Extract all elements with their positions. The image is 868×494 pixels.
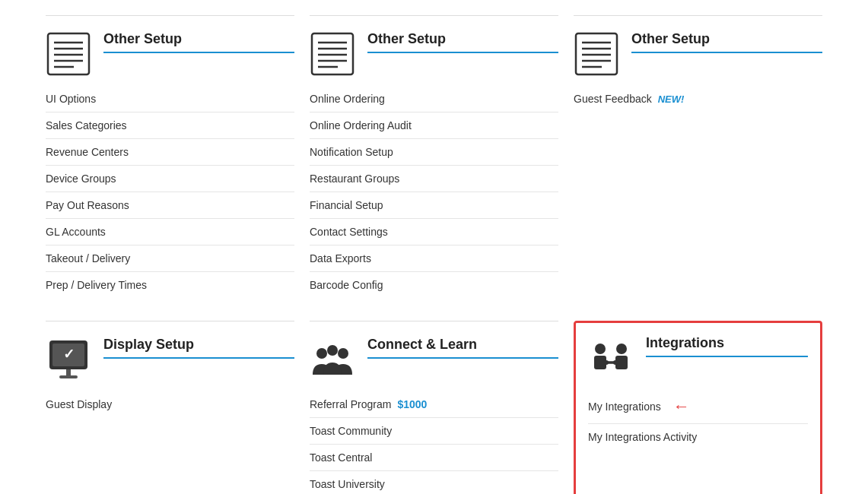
svg-rect-22 bbox=[59, 375, 78, 378]
connect-learn-header: Connect & Learn bbox=[310, 337, 558, 382]
link-data-exports[interactable]: Data Exports bbox=[310, 245, 558, 272]
svg-point-31 bbox=[613, 360, 618, 365]
svg-text:✓: ✓ bbox=[63, 347, 75, 362]
integrations-header: Integrations bbox=[588, 335, 808, 381]
group-icon bbox=[310, 337, 355, 382]
display-setup-header: ✓ Display Setup bbox=[46, 337, 294, 382]
link-guest-display[interactable]: Guest Display bbox=[46, 391, 294, 417]
link-my-integrations-activity[interactable]: My Integrations Activity bbox=[588, 424, 808, 450]
svg-point-25 bbox=[327, 345, 338, 356]
page-container: Other Setup UI Options Sales Categories … bbox=[0, 0, 868, 494]
my-integrations-label: My Integrations bbox=[588, 401, 661, 413]
link-prep-delivery[interactable]: Prep / Delivery Times bbox=[46, 272, 294, 298]
section-header-col3: Other Setup bbox=[574, 31, 822, 77]
link-contact-settings[interactable]: Contact Settings bbox=[310, 219, 558, 245]
section-header-col2: Other Setup bbox=[310, 31, 558, 77]
section-title-col3: Other Setup bbox=[631, 31, 822, 53]
section-links-col3: Guest Feedback NEW! bbox=[574, 86, 822, 112]
section-header-col1: Other Setup bbox=[46, 31, 294, 77]
integrations-title: Integrations bbox=[646, 335, 808, 357]
top-grid: Other Setup UI Options Sales Categories … bbox=[46, 15, 822, 313]
integrations-links: My Integrations ← My Integrations Activi… bbox=[588, 390, 808, 450]
link-guest-feedback-label: Guest Feedback bbox=[574, 93, 652, 105]
display-setup-title: Display Setup bbox=[103, 337, 294, 359]
connect-learn-links: Referral Program $1000 Toast Community T… bbox=[310, 391, 558, 494]
link-takeout-delivery[interactable]: Takeout / Delivery bbox=[46, 245, 294, 272]
handshake-icon bbox=[588, 335, 634, 381]
link-revenue-centers[interactable]: Revenue Centers bbox=[46, 139, 294, 166]
link-barcode-config[interactable]: Barcode Config bbox=[310, 272, 558, 298]
section-links-col2: Online Ordering Online Ordering Audit No… bbox=[310, 86, 558, 298]
svg-point-30 bbox=[604, 360, 609, 365]
link-online-ordering[interactable]: Online Ordering bbox=[310, 86, 558, 112]
section-title-col1: Other Setup bbox=[103, 31, 294, 53]
section-title-block-col3: Other Setup bbox=[631, 31, 822, 61]
link-referral-program[interactable]: Referral Program $1000 bbox=[310, 391, 558, 418]
connect-learn-title-block: Connect & Learn bbox=[367, 337, 558, 366]
display-setup-links: Guest Display bbox=[46, 391, 294, 417]
integrations-section: Integrations My Integrations ← My Integr… bbox=[574, 321, 822, 494]
section-title-col2: Other Setup bbox=[367, 31, 558, 53]
link-financial-setup[interactable]: Financial Setup bbox=[310, 192, 558, 219]
link-ui-options[interactable]: UI Options bbox=[46, 86, 294, 112]
connect-learn-title: Connect & Learn bbox=[367, 337, 558, 359]
referral-money: $1000 bbox=[397, 398, 427, 410]
section-links-col1: UI Options Sales Categories Revenue Cent… bbox=[46, 86, 294, 298]
section-title-block-col2: Other Setup bbox=[367, 31, 558, 61]
other-setup-col1: Other Setup UI Options Sales Categories … bbox=[46, 15, 294, 313]
svg-point-26 bbox=[595, 344, 606, 354]
display-setup-section: ✓ Display Setup Guest Display bbox=[46, 321, 294, 494]
link-sales-categories[interactable]: Sales Categories bbox=[46, 112, 294, 139]
link-toast-community[interactable]: Toast Community bbox=[310, 418, 558, 445]
arrow-icon: ← bbox=[673, 397, 690, 416]
integrations-title-block: Integrations bbox=[646, 335, 808, 365]
link-guest-feedback[interactable]: Guest Feedback NEW! bbox=[574, 86, 822, 112]
svg-point-24 bbox=[338, 348, 348, 359]
link-pay-out-reasons[interactable]: Pay Out Reasons bbox=[46, 192, 294, 219]
link-gl-accounts[interactable]: GL Accounts bbox=[46, 219, 294, 245]
link-my-integrations[interactable]: My Integrations ← bbox=[588, 390, 808, 424]
link-online-ordering-audit[interactable]: Online Ordering Audit bbox=[310, 112, 558, 139]
other-setup-col2: Other Setup Online Ordering Online Order… bbox=[310, 15, 558, 313]
monitor-icon: ✓ bbox=[46, 337, 91, 382]
link-toast-university[interactable]: Toast University bbox=[310, 471, 558, 494]
svg-point-28 bbox=[616, 344, 627, 354]
link-notification-setup[interactable]: Notification Setup bbox=[310, 139, 558, 166]
other-setup-col3: Other Setup Guest Feedback NEW! bbox=[574, 15, 822, 313]
list-icon-col2 bbox=[310, 31, 355, 77]
connect-learn-section: Connect & Learn Referral Program $1000 T… bbox=[310, 321, 558, 494]
list-icon-col1 bbox=[46, 31, 91, 77]
list-icon-col3 bbox=[574, 31, 619, 77]
new-badge: NEW! bbox=[658, 93, 685, 105]
referral-label: Referral Program bbox=[310, 398, 391, 410]
svg-rect-21 bbox=[66, 369, 71, 375]
section-title-block-col1: Other Setup bbox=[103, 31, 294, 61]
svg-point-23 bbox=[316, 348, 327, 359]
display-setup-title-block: Display Setup bbox=[103, 337, 294, 366]
link-device-groups[interactable]: Device Groups bbox=[46, 166, 294, 192]
link-toast-central[interactable]: Toast Central bbox=[310, 445, 558, 471]
link-restaurant-groups[interactable]: Restaurant Groups bbox=[310, 166, 558, 192]
bottom-grid: ✓ Display Setup Guest Display bbox=[46, 321, 822, 494]
